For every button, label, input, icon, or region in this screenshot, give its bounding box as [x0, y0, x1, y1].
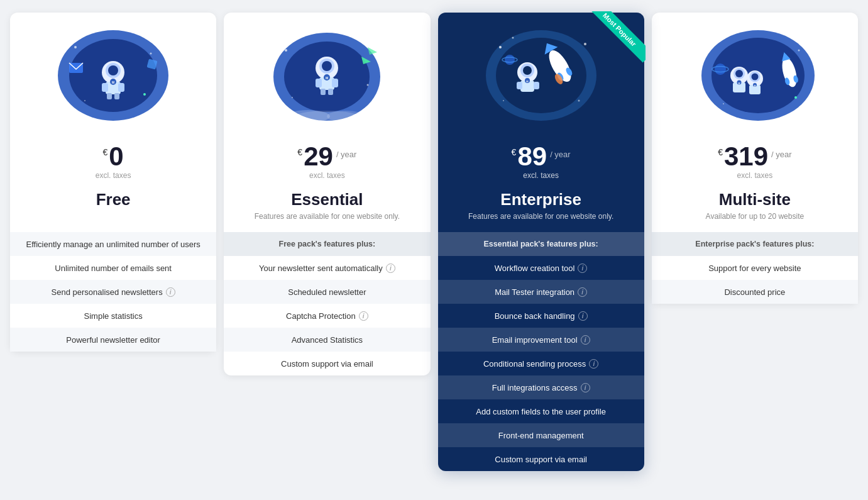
info-icon-essential-3[interactable]: i [359, 311, 368, 321]
feature-text-free-1: Unlimited number of emails sent [55, 264, 172, 273]
features-list-multisite: Enterprise pack's features plus: Support… [652, 232, 858, 304]
info-icon-essential-1[interactable]: i [386, 264, 395, 273]
svg-point-22 [322, 61, 332, 71]
excl-taxes-multisite: excl. taxes [662, 171, 848, 180]
price-currency-free: € [103, 147, 108, 157]
feature-row-enterprise-7: Add custom fields to the user profile [438, 399, 644, 423]
features-list-essential: Free pack's features plus: Your newslett… [224, 232, 430, 375]
info-icon-enterprise-2[interactable]: i [578, 287, 587, 297]
price-currency-enterprise: € [512, 147, 517, 157]
feature-text-free-2: Send personalised newsletters [52, 287, 163, 297]
feature-text-essential-4: Advanced Statistics [292, 335, 363, 345]
plan-name-multisite: Multi-site [652, 187, 858, 212]
svg-text:M: M [326, 76, 328, 80]
illustration-area-essential: M [224, 13, 430, 138]
price-period-essential: / year [336, 150, 357, 159]
feature-text-free-3: Simple statistics [84, 311, 143, 321]
feature-text-enterprise-4: Email improvement tool [492, 335, 578, 345]
svg-point-81 [798, 50, 799, 52]
svg-rect-50 [534, 82, 539, 89]
plan-name-free: Free [10, 187, 216, 212]
svg-point-80 [710, 46, 712, 48]
illustration-multisite: M M [692, 25, 818, 126]
svg-point-37 [327, 111, 365, 122]
feature-row-enterprise-8: Front-end management [438, 423, 644, 447]
feature-row-free-4: Powerful newsletter editor [10, 328, 216, 352]
feature-row-essential-5: Custom support via email [224, 352, 430, 375]
excl-taxes-free: excl. taxes [20, 171, 206, 180]
plan-card-essential: M € 29 / year excl. taxes EssentialFeatu… [224, 13, 430, 375]
svg-point-57 [503, 100, 504, 101]
price-currency-essential: € [297, 147, 302, 157]
feature-text-enterprise-3: Bounce back handling [495, 311, 575, 321]
feature-text-enterprise-1: Workflow creation tool [495, 264, 575, 273]
feature-row-enterprise-5: Conditional sending process i [438, 352, 644, 375]
feature-text-essential-3: Captcha Protection [286, 311, 356, 321]
info-icon-enterprise-5[interactable]: i [589, 359, 598, 369]
svg-point-12 [74, 46, 77, 48]
svg-rect-6 [102, 83, 108, 92]
feature-text-essential-2: Scheduled newsletter [288, 287, 366, 297]
price-period-enterprise: / year [550, 150, 571, 159]
features-list-enterprise: Essential pack's features plus: Workflow… [438, 232, 644, 471]
plan-subtitle-enterprise: Features are available for one website o… [438, 212, 644, 232]
svg-point-58 [505, 55, 515, 65]
svg-point-14 [84, 100, 85, 101]
excl-taxes-essential: excl. taxes [234, 171, 420, 180]
feature-row-multisite-2: Discounted price [652, 280, 858, 304]
pricing-container: M € 0 excl. taxes Free Efficiently manag… [6, 13, 862, 471]
plan-name-essential: Essential [224, 187, 430, 212]
feature-text-essential-0: Free pack's features plus: [279, 240, 376, 248]
price-row-enterprise: € 89 / year [448, 143, 634, 170]
feature-row-essential-4: Advanced Statistics [224, 328, 430, 352]
feature-row-enterprise-4: Email improvement tool i [438, 328, 644, 352]
svg-point-53 [499, 46, 502, 48]
svg-rect-8 [107, 93, 112, 99]
svg-point-68 [735, 70, 743, 77]
features-list-free: Efficiently manage an unlimited number o… [10, 232, 216, 352]
feature-text-multisite-2: Discounted price [724, 287, 785, 297]
price-period-multisite: / year [771, 150, 792, 159]
info-icon-enterprise-6[interactable]: i [581, 383, 590, 392]
svg-point-33 [367, 84, 369, 86]
feature-row-enterprise-2: Mail Tester integration i [438, 280, 644, 304]
feature-row-enterprise-9: Custom support via email [438, 447, 644, 471]
svg-point-32 [285, 49, 287, 52]
feature-row-essential-0: Free pack's features plus: [224, 232, 430, 256]
feature-row-enterprise-1: Workflow creation tool i [438, 256, 644, 280]
feature-row-free-3: Simple statistics [10, 304, 216, 328]
feature-row-free-0: Efficiently manage an unlimited number o… [10, 232, 216, 256]
svg-rect-24 [316, 79, 322, 87]
feature-text-enterprise-0: Essential pack's features plus: [484, 240, 598, 248]
feature-text-multisite-0: Enterprise pack's features plus: [695, 240, 814, 248]
svg-point-13 [150, 53, 152, 55]
price-section-free: € 0 excl. taxes [10, 138, 216, 187]
price-amount-multisite: 319 [724, 143, 768, 170]
plan-name-enterprise: Enterprise [438, 187, 644, 212]
excl-taxes-enterprise: excl. taxes [448, 171, 634, 180]
plan-card-free: M € 0 excl. taxes Free Efficiently manag… [10, 13, 216, 352]
feature-text-enterprise-8: Front-end management [498, 431, 584, 440]
info-icon-enterprise-4[interactable]: i [581, 335, 590, 345]
svg-point-15 [143, 93, 146, 96]
svg-point-34 [292, 97, 293, 98]
feature-text-enterprise-5: Conditional sending process [483, 359, 586, 369]
info-icon-enterprise-3[interactable]: i [578, 311, 588, 321]
plan-card-multisite: M M € 319 / year excl. taxes Multi-siteA… [652, 13, 858, 304]
svg-point-47 [523, 66, 532, 75]
illustration-free: M [50, 25, 176, 126]
feature-text-essential-1: Your newsletter sent automatically [259, 264, 383, 273]
info-icon-free-2[interactable]: i [166, 287, 175, 297]
price-section-multisite: € 319 / year excl. taxes [652, 138, 858, 187]
svg-rect-27 [328, 89, 333, 95]
price-row-free: € 0 [20, 143, 206, 170]
illustration-essential: M [264, 25, 390, 126]
illustration-area-free: M [10, 13, 216, 138]
price-amount-essential: 29 [304, 143, 333, 170]
price-amount-enterprise: 89 [517, 143, 547, 170]
info-icon-enterprise-1[interactable]: i [578, 264, 587, 273]
feature-text-free-4: Powerful newsletter editor [66, 335, 160, 345]
svg-rect-49 [517, 82, 522, 89]
svg-point-36 [286, 110, 330, 123]
price-row-multisite: € 319 / year [662, 143, 848, 170]
